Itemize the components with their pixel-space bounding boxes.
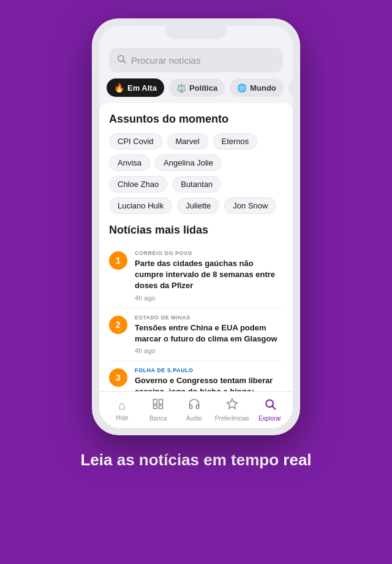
tab-em-alta[interactable]: 🔥 Em Alta [107,78,164,97]
svg-rect-4 [154,406,157,409]
nav-explorar-label: Explorar [258,415,281,422]
svg-rect-5 [159,406,163,409]
news-time-1: 4h ago [135,294,283,302]
news-item-2[interactable]: 2 ESTADO DE MINAS Tensões entre China e … [109,308,283,361]
news-source-3: FOLHA DE S.PAULO [135,367,283,373]
svg-rect-2 [154,400,157,405]
tab-politica-label: Política [189,83,217,93]
topics-grid: CPI Covid Marvel Eternos Anvisa Angelina… [109,133,283,214]
news-headline-2: Tensões entre China e EUA podem marcar o… [135,322,283,345]
news-content-2: ESTADO DE MINAS Tensões entre China e EU… [135,314,283,354]
search-placeholder: Procurar notícias [131,55,200,66]
news-source-2: ESTADO DE MINAS [135,314,283,321]
tab-politica[interactable]: ⚖️ Política [169,78,225,97]
topic-juliette[interactable]: Juliette [177,197,219,214]
home-icon: ⌂ [118,398,126,413]
nav-preferencias-label: Preferências [215,415,249,422]
news-list: 1 CORREIO DO POVO Parte das cidades gaúc… [109,244,283,391]
tab-economia[interactable]: 💰 Eco... [288,78,293,97]
topic-angelina[interactable]: Angelina Jolie [155,154,222,171]
most-read-title: Notícias mais lidas [109,224,283,237]
nav-hoje-label: Hoje [116,414,129,421]
phone-notch [165,26,227,39]
news-item-1[interactable]: 1 CORREIO DO POVO Parte das cidades gaúc… [109,244,283,308]
topic-marvel[interactable]: Marvel [167,133,208,150]
topic-jon-snow[interactable]: Jon Snow [224,197,276,214]
trending-title: Assuntos do momento [109,113,283,126]
news-headline-3: Governo e Congresso tentam liberar cassi… [135,375,283,391]
svg-rect-3 [159,400,163,405]
news-time-2: 4h ago [135,347,283,354]
banca-icon [152,398,164,413]
svg-line-8 [272,406,275,410]
politica-icon: ⚖️ [176,83,186,93]
nav-audio[interactable]: Áudio [179,398,209,422]
main-content: Assuntos do momento CPI Covid Marvel Ete… [99,103,293,391]
nav-hoje[interactable]: ⌂ Hoje [107,398,137,421]
news-number-1: 1 [109,251,127,270]
news-headline-1: Parte das cidades gaúchas não cumpre int… [135,258,283,292]
news-number-3: 3 [109,368,127,387]
svg-line-1 [123,61,126,63]
explorar-icon [264,398,276,413]
news-number-2: 2 [109,316,127,334]
news-item-3[interactable]: 3 FOLHA DE S.PAULO Governo e Congresso t… [109,361,283,391]
phone-screen: Procurar notícias 🔥 Em Alta ⚖️ Política … [99,26,293,428]
topic-eternos[interactable]: Eternos [213,133,258,150]
topic-butantan[interactable]: Butantan [172,176,221,192]
tab-mundo[interactable]: 🌐 Mundo [230,78,284,97]
topic-luciano[interactable]: Luciano Hulk [109,197,172,214]
nav-banca-label: Banca [149,415,167,422]
topic-cpi-covid[interactable]: CPI Covid [109,133,162,150]
news-source-1: CORREIO DO POVO [135,250,283,256]
svg-marker-6 [227,399,237,409]
fire-icon: 🔥 [114,83,124,93]
preferencias-icon [226,398,238,413]
nav-explorar[interactable]: Explorar [255,398,285,422]
mundo-icon: 🌐 [237,83,247,93]
nav-banca[interactable]: Banca [143,398,173,422]
news-content-1: CORREIO DO POVO Parte das cidades gaúcha… [135,250,283,302]
topic-chloe[interactable]: Chloe Zhao [109,176,167,192]
bottom-nav: ⌂ Hoje Banca [99,391,293,428]
nav-audio-label: Áudio [186,415,202,422]
topic-anvisa[interactable]: Anvisa [109,154,150,171]
tagline: Leia as notícias em tempo real [56,450,336,471]
search-icon [116,54,126,66]
nav-preferencias[interactable]: Preferências [215,398,249,422]
category-tabs: 🔥 Em Alta ⚖️ Política 🌐 Mundo 💰 Eco... [99,78,293,103]
phone-mockup: Procurar notícias 🔥 Em Alta ⚖️ Política … [92,18,300,435]
news-content-3: FOLHA DE S.PAULO Governo e Congresso ten… [135,367,283,391]
tab-em-alta-label: Em Alta [127,83,157,93]
audio-icon [188,398,200,413]
search-bar[interactable]: Procurar notícias [109,48,283,72]
tab-mundo-label: Mundo [250,83,276,93]
